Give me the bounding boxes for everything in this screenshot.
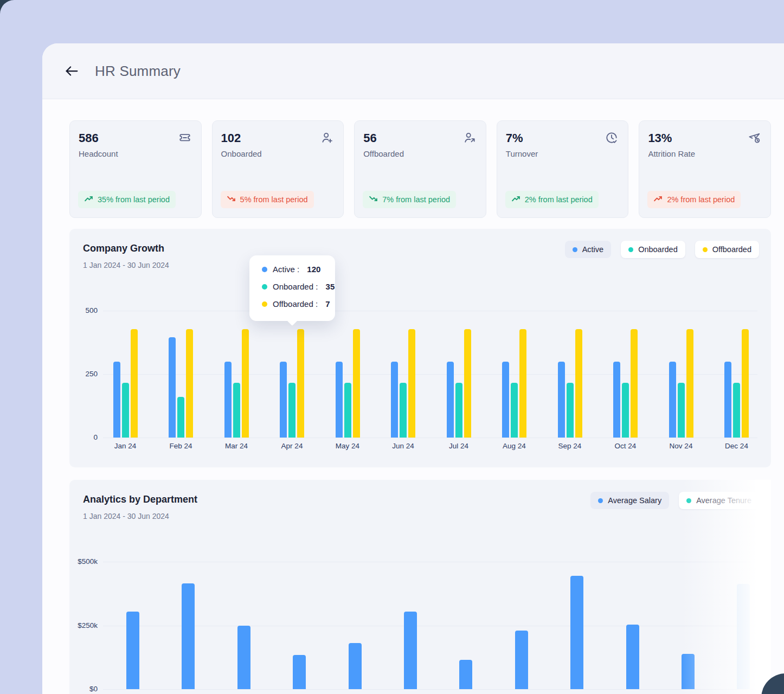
bar-active-sep-24[interactable] xyxy=(558,362,565,438)
x-axis-label: Jul 24 xyxy=(440,442,478,450)
gridline xyxy=(103,562,757,562)
stat-card: 102 Onboarded 5% from last period xyxy=(212,120,344,218)
analytics-plot: $0$250k$500k xyxy=(69,480,771,694)
bar-offboarded-apr-24[interactable] xyxy=(297,329,304,438)
gridline xyxy=(103,626,757,626)
bar-average-salary-11[interactable] xyxy=(682,654,695,689)
bar-onboarded-dec-24[interactable] xyxy=(733,383,740,438)
trend-down-icon xyxy=(227,194,236,205)
analytics-department-panel: Analytics by Department 1 Jan 2024 - 30 … xyxy=(69,480,771,694)
bar-offboarded-mar-24[interactable] xyxy=(242,329,249,438)
trend-text: 35% from last period xyxy=(98,195,170,204)
bar-active-jul-24[interactable] xyxy=(447,362,454,438)
bar-onboarded-may-24[interactable] xyxy=(344,383,351,438)
stat-card: 7% Turnover 2% from last period xyxy=(497,120,629,218)
plane-clock-icon xyxy=(747,131,761,147)
bar-offboarded-nov-24[interactable] xyxy=(686,329,693,438)
y-axis-label: $0 xyxy=(69,685,98,693)
trend-text: 7% from last period xyxy=(382,195,450,204)
bar-offboarded-dec-24[interactable] xyxy=(742,329,749,438)
ticket-icon xyxy=(178,131,192,147)
x-axis-label: Sep 24 xyxy=(551,442,589,450)
bar-active-nov-24[interactable] xyxy=(669,362,676,438)
bar-average-salary-3[interactable] xyxy=(237,626,250,690)
bar-offboarded-sep-24[interactable] xyxy=(575,329,582,438)
bar-onboarded-jan-24[interactable] xyxy=(122,383,129,438)
gridline xyxy=(103,311,757,311)
tooltip-row: Active : 120 xyxy=(262,265,320,274)
gridline xyxy=(103,438,757,438)
bar-active-mar-24[interactable] xyxy=(224,362,232,438)
stat-label: Attrition Rate xyxy=(648,149,762,158)
y-axis-label: $500k xyxy=(69,557,98,566)
x-axis-label: Jan 24 xyxy=(106,442,144,450)
bar-average-salary-12[interactable] xyxy=(737,584,750,689)
bar-onboarded-sep-24[interactable] xyxy=(567,383,574,438)
company-growth-panel: Company Growth 1 Jan 2024 - 30 Jun 2024 … xyxy=(69,229,771,467)
x-axis-label: May 24 xyxy=(329,442,367,450)
bar-average-salary-4[interactable] xyxy=(293,655,306,689)
bar-onboarded-aug-24[interactable] xyxy=(511,383,518,438)
x-axis-label: Oct 24 xyxy=(607,442,645,450)
bar-offboarded-jan-24[interactable] xyxy=(131,329,138,438)
bar-average-salary-7[interactable] xyxy=(459,660,472,689)
company-growth-plot: 0250500Jan 24Feb 24Mar 24Apr 24May 24Jun… xyxy=(69,229,771,467)
bar-active-oct-24[interactable] xyxy=(613,362,620,438)
tooltip-dot xyxy=(262,284,267,290)
bar-average-salary-6[interactable] xyxy=(404,612,417,689)
tooltip-value: 35 xyxy=(326,282,335,291)
x-axis-label: Dec 24 xyxy=(718,442,756,450)
bar-onboarded-jun-24[interactable] xyxy=(400,383,407,438)
bar-active-may-24[interactable] xyxy=(336,362,343,438)
trend-text: 2% from last period xyxy=(667,195,735,204)
tooltip-dot xyxy=(262,267,267,272)
bar-active-jun-24[interactable] xyxy=(391,362,398,438)
stat-value: 586 xyxy=(79,131,192,145)
trend-badge: 35% from last period xyxy=(78,191,176,208)
stat-value: 56 xyxy=(363,131,477,145)
trend-down-icon xyxy=(369,194,378,205)
bar-average-salary-5[interactable] xyxy=(349,643,362,689)
stat-card: 13% Attrition Rate 2% from last period xyxy=(639,120,771,218)
bar-onboarded-feb-24[interactable] xyxy=(177,397,184,438)
tooltip-row: Onboarded : 35 xyxy=(262,282,335,291)
user-plus-icon xyxy=(320,131,334,147)
bar-onboarded-oct-24[interactable] xyxy=(622,383,629,438)
bar-offboarded-may-24[interactable] xyxy=(353,329,360,438)
stat-value: 7% xyxy=(506,131,620,145)
stat-value: 102 xyxy=(221,131,335,145)
bar-onboarded-apr-24[interactable] xyxy=(288,383,295,438)
bar-average-salary-2[interactable] xyxy=(182,583,195,689)
trend-badge: 2% from last period xyxy=(505,191,599,208)
bar-offboarded-oct-24[interactable] xyxy=(631,329,638,438)
tooltip-label: Offboarded : xyxy=(273,299,320,309)
bar-average-salary-8[interactable] xyxy=(515,631,528,689)
trend-text: 5% from last period xyxy=(240,195,308,204)
bar-active-apr-24[interactable] xyxy=(280,362,287,438)
bar-average-salary-10[interactable] xyxy=(626,625,639,689)
gridline xyxy=(103,374,757,375)
bar-onboarded-mar-24[interactable] xyxy=(233,383,240,438)
bar-active-aug-24[interactable] xyxy=(502,362,509,438)
bar-offboarded-feb-24[interactable] xyxy=(186,329,193,438)
trend-badge: 2% from last period xyxy=(647,191,741,208)
bar-onboarded-nov-24[interactable] xyxy=(678,383,685,438)
tooltip-dot xyxy=(262,301,267,307)
x-axis-label: Mar 24 xyxy=(217,442,255,450)
stat-label: Offboarded xyxy=(363,149,477,158)
bar-average-salary-1[interactable] xyxy=(126,612,139,689)
page-header: HR Summary xyxy=(42,43,784,99)
bar-active-dec-24[interactable] xyxy=(724,362,731,438)
bar-active-feb-24[interactable] xyxy=(169,337,176,438)
bar-average-salary-9[interactable] xyxy=(570,576,583,689)
stat-card: 56 Offboarded 7% from last period xyxy=(354,120,486,218)
back-button[interactable] xyxy=(62,62,81,80)
bar-offboarded-aug-24[interactable] xyxy=(519,329,526,438)
stat-label: Onboarded xyxy=(221,149,335,158)
bar-active-jan-24[interactable] xyxy=(113,362,120,438)
bar-onboarded-jul-24[interactable] xyxy=(455,383,462,438)
bar-offboarded-jun-24[interactable] xyxy=(408,329,415,438)
bar-offboarded-jul-24[interactable] xyxy=(464,329,471,438)
y-axis-label: 500 xyxy=(69,306,98,314)
clock-check-icon xyxy=(605,131,619,147)
